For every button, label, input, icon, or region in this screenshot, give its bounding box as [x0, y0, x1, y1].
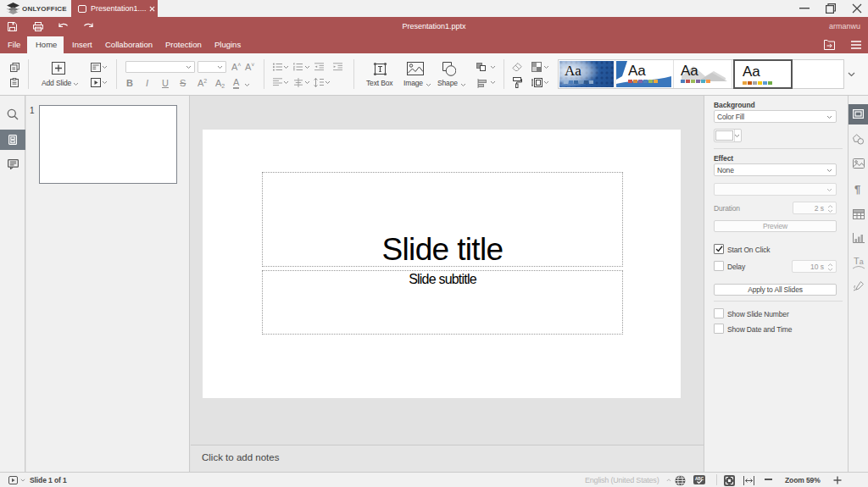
svg-text:ABC: ABC [695, 477, 704, 481]
